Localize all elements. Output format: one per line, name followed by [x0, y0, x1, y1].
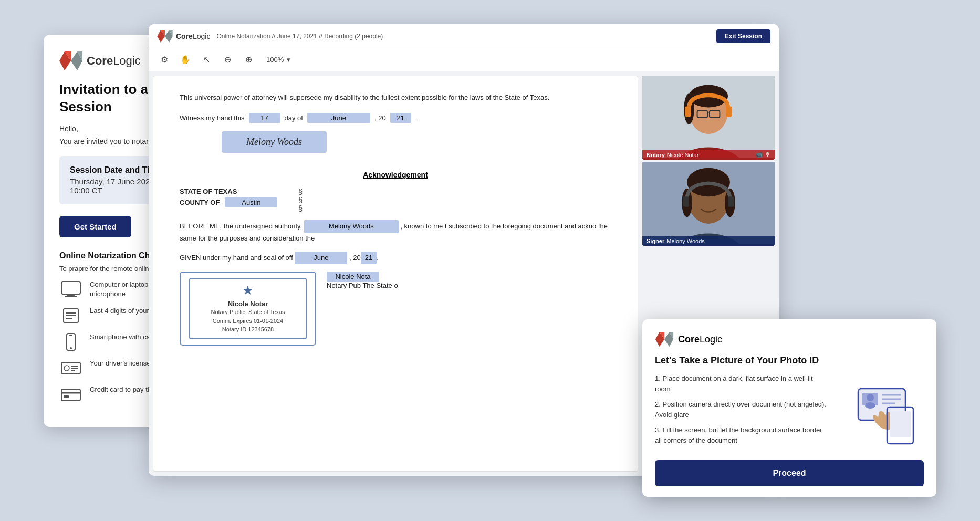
signer-name-field[interactable]: Melony Woods	[304, 220, 399, 233]
stamp-comm: Comm. Expires 01-01-2024	[213, 317, 284, 326]
document-area: This universal power of attorney will su…	[153, 76, 638, 472]
svg-rect-58	[890, 411, 911, 437]
header-logo-text: CoreLogic	[176, 32, 210, 40]
corelogic-logo-icon	[59, 51, 82, 70]
computer-icon	[59, 280, 82, 299]
video-icons: 📹 🎙	[755, 151, 770, 158]
svg-point-15	[64, 366, 69, 371]
pan-icon[interactable]: ✋	[178, 53, 193, 67]
video-icon: 📹	[755, 151, 763, 158]
id-card-svg	[842, 378, 921, 446]
svg-point-12	[70, 347, 72, 349]
svg-rect-44	[683, 196, 689, 207]
stamp-id: Notary ID 12345678	[222, 325, 274, 334]
proceed-button[interactable]: Proceed	[655, 460, 924, 486]
acknowledgement-title: Acknowledgement	[180, 171, 611, 179]
witness-day-field[interactable]: 17	[249, 113, 280, 123]
id-illustration	[840, 373, 924, 451]
stamp-star-icon: ★	[242, 283, 254, 298]
witness-year-field[interactable]: 21	[390, 113, 411, 123]
popup-content: 1. Place document on a dark, flat surfac…	[655, 373, 924, 451]
photo-id-popup: CoreLogic Let's Take a Picture of Your P…	[642, 319, 936, 497]
popup-title: Let's Take a Picture of Your Photo ID	[655, 355, 924, 366]
svg-rect-19	[61, 389, 80, 401]
stamp-name: Nicole Notar	[228, 300, 268, 308]
zoom-out-icon[interactable]: ⊖	[220, 53, 235, 67]
state-symbols: §§§	[298, 187, 303, 213]
signer-video-card: Signer Melony Woods	[642, 162, 775, 246]
signature-field[interactable]: Melony Woods	[222, 131, 327, 153]
session-info: Online Notarization // June 17, 2021 // …	[216, 33, 710, 40]
svg-rect-21	[64, 395, 69, 398]
popup-step-3: 3. Fill the screen, but let the backgrou…	[655, 425, 829, 445]
notary-name-field[interactable]: Nicole Nota	[327, 272, 379, 282]
stamp-title: Notary Public, State of Texas	[211, 308, 285, 317]
zoom-in-icon[interactable]: ⊕	[241, 53, 256, 67]
svg-point-55	[867, 394, 874, 401]
mic-icon: 🎙	[765, 151, 770, 158]
notary-stamp: ★ Nicole Notar Notary Public, State of T…	[180, 272, 316, 346]
svg-rect-6	[65, 296, 77, 297]
doc-paragraph: This universal power of attorney will su…	[180, 92, 611, 103]
settings-icon[interactable]: ⚙	[157, 53, 172, 67]
given-month-field[interactable]: June	[295, 252, 347, 265]
state-label: STATE OF TEXAS	[180, 187, 277, 195]
svg-point-56	[865, 402, 875, 409]
svg-rect-45	[728, 196, 734, 207]
document-toolbar: ⚙ ✋ ↖ ⊖ ⊕ 100% ▾	[149, 48, 779, 71]
notary-avatar	[642, 76, 775, 158]
exit-session-button[interactable]: Exit Session	[716, 29, 770, 43]
header-logo: CoreLogic	[157, 30, 210, 43]
popup-step-2: 2. Position camera directly over documen…	[655, 399, 829, 420]
header-logo-icon	[157, 30, 173, 43]
session-header: CoreLogic Online Notarization // June 17…	[149, 24, 779, 48]
before-me-text: BEFORE ME, the undersigned authority, Me…	[180, 220, 611, 244]
notary-pub-text: Nicole Nota Notary Pub The State o	[327, 272, 398, 289]
left-logo-text: CoreLogic	[87, 54, 141, 68]
witness-line: Witness my hand this 17 day of June , 20…	[180, 113, 611, 123]
signer-video-label: Signer Melony Woods	[642, 236, 775, 246]
popup-step-1: 1. Place document on a dark, flat surfac…	[655, 373, 829, 394]
notary-video-card: Notary Nicole Notar 📹 🎙	[642, 76, 775, 160]
svg-rect-5	[67, 294, 75, 296]
popup-logo-icon	[655, 332, 674, 347]
state-section: STATE OF TEXAS COUNTY OF Austin §§§	[180, 187, 611, 213]
county-field[interactable]: Austin	[225, 197, 277, 207]
cursor-icon[interactable]: ↖	[199, 53, 214, 67]
county-label: COUNTY OF	[180, 199, 220, 206]
svg-rect-4	[61, 282, 80, 294]
given-year-field[interactable]: 21	[361, 252, 377, 265]
stamp-inner: ★ Nicole Notar Notary Public, State of T…	[189, 278, 307, 339]
credit-card-icon	[59, 385, 82, 404]
signer-avatar	[642, 162, 775, 244]
notary-video-label: Notary Nicole Notar 📹 🎙	[642, 150, 775, 160]
smartphone-icon	[59, 332, 82, 351]
checklist-text-4: Your driver's license	[90, 359, 150, 368]
popup-instructions: 1. Place document on a dark, flat surfac…	[655, 373, 829, 451]
given-text: GIVEN under my hand and seal of off June…	[180, 252, 611, 265]
svg-rect-35	[685, 107, 691, 117]
get-started-button[interactable]: Get Started	[59, 216, 131, 237]
security-icon	[59, 306, 82, 325]
popup-logo: CoreLogic	[655, 332, 924, 347]
zoom-level[interactable]: 100% ▾	[266, 56, 290, 64]
popup-logo-text: CoreLogic	[678, 334, 722, 345]
svg-rect-36	[726, 107, 732, 117]
id-icon	[59, 359, 82, 378]
witness-month-field[interactable]: June	[307, 113, 370, 123]
